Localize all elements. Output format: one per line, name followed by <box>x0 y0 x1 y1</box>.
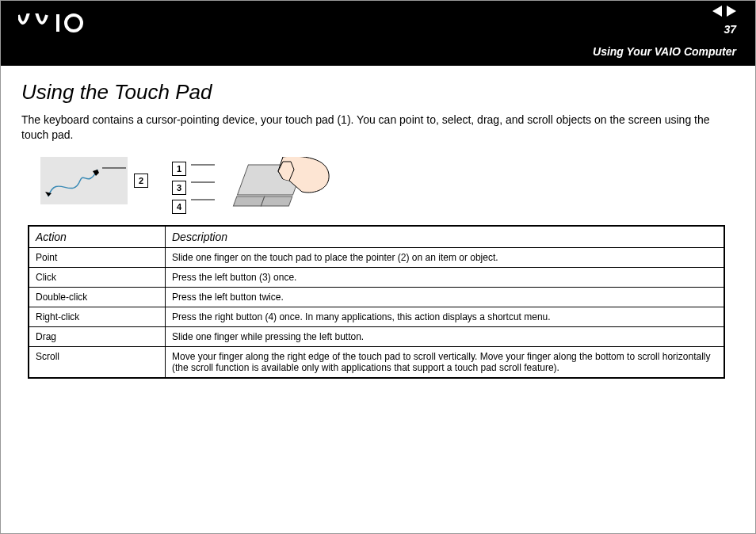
cell-action: Scroll <box>29 346 166 378</box>
cell-desc: Slide one finger while pressing the left… <box>166 326 725 346</box>
cell-action: Drag <box>29 326 166 346</box>
page: 37 Using Your VAIO Computer Using the To… <box>0 0 756 534</box>
table-row: Double-click Press the left button twice… <box>29 287 724 307</box>
content-area: Using the Touch Pad The keyboard contain… <box>1 66 755 393</box>
cell-desc: Press the left button twice. <box>166 287 725 307</box>
page-number: 37 <box>724 23 736 36</box>
header-bar: 37 Using Your VAIO Computer <box>1 1 755 66</box>
table-row: Scroll Move your finger along the right … <box>29 346 724 378</box>
callout-1: 1 <box>172 162 186 176</box>
cell-desc: Press the left button (3) once. <box>166 267 725 287</box>
page-title: Using the Touch Pad <box>21 80 735 105</box>
prev-page-icon[interactable] <box>712 6 722 17</box>
pointer-figure <box>40 157 128 204</box>
cell-desc: Slide one finger on the touch pad to pla… <box>166 247 725 267</box>
table-row: Point Slide one finger on the touch pad … <box>29 247 724 267</box>
cell-action: Point <box>29 247 166 267</box>
svg-point-1 <box>66 15 82 31</box>
cell-action: Double-click <box>29 287 166 307</box>
callout-2: 2 <box>134 174 148 188</box>
header-action: Action <box>29 226 166 248</box>
svg-rect-7 <box>233 196 264 206</box>
cell-desc: Press the right button (4) once. In many… <box>166 307 725 326</box>
intro-paragraph: The keyboard contains a cursor-pointing … <box>21 113 735 143</box>
cell-action: Right-click <box>29 307 166 326</box>
svg-rect-8 <box>261 196 292 206</box>
callout-4: 4 <box>172 200 186 214</box>
leader-lines <box>191 157 215 204</box>
table-header-row: Action Description <box>29 226 724 248</box>
figures-row: 2 1 3 4 <box>40 157 735 214</box>
table-row: Right-click Press the right button (4) o… <box>29 307 724 326</box>
cell-desc: Move your finger along the right edge of… <box>166 346 725 378</box>
vaio-logo-icon <box>18 13 105 36</box>
touchpad-figure <box>220 157 354 212</box>
nav-arrows <box>712 6 736 17</box>
table-row: Drag Slide one finger while pressing the… <box>29 326 724 346</box>
touchpad-figure-wrap: 1 3 4 <box>172 157 354 214</box>
cell-action: Click <box>29 267 166 287</box>
callout-3: 3 <box>172 181 186 195</box>
actions-table: Action Description Point Slide one finge… <box>28 225 725 379</box>
svg-rect-0 <box>56 14 59 32</box>
header-description: Description <box>166 226 725 248</box>
section-title: Using Your VAIO Computer <box>593 45 736 58</box>
table-row: Click Press the left button (3) once. <box>29 267 724 287</box>
next-page-icon[interactable] <box>727 6 736 17</box>
